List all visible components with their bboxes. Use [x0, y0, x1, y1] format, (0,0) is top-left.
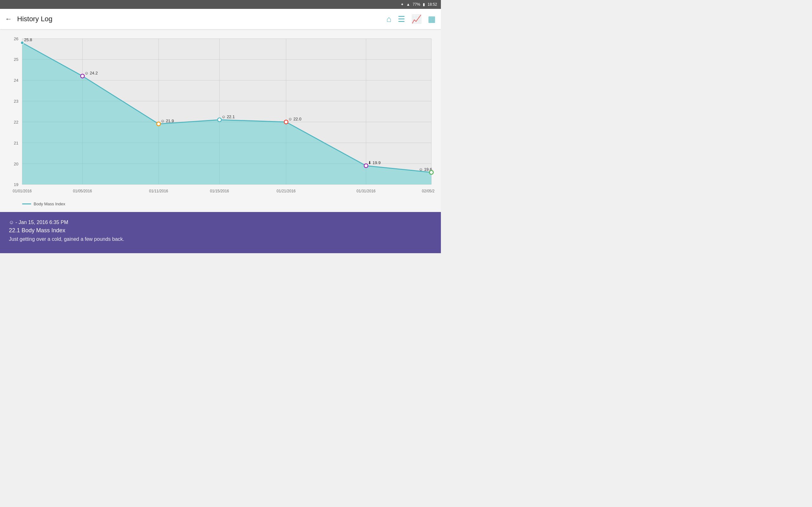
info-panel: ☺ - Jan 15, 2016 6:35 PM 22.1 Body Mass … — [0, 212, 441, 253]
chart-svg: 26 25 24 23 22 21 20 19 01/01/2016 01/05… — [6, 36, 435, 200]
back-button[interactable]: ← — [5, 15, 12, 22]
legend-label: Body Mass Index — [34, 202, 65, 206]
status-bar: ✦ ▲ 77% ▮ 18:52 — [0, 0, 441, 9]
svg-text:22: 22 — [14, 120, 18, 124]
chart-wrap: 26 25 24 23 22 21 20 19 01/01/2016 01/05… — [6, 36, 435, 200]
svg-point-42 — [284, 120, 288, 124]
calendar-icon[interactable]: ▦ — [428, 14, 436, 24]
svg-text:☺ 22.1: ☺ 22.1 — [221, 114, 235, 119]
nav-bar: ← History Log ⌂ ☰ 📈 ▦ — [0, 9, 441, 29]
chart-container: 26 25 24 23 22 21 20 19 01/01/2016 01/05… — [0, 29, 441, 212]
nav-icons: ⌂ ☰ 📈 ▦ — [386, 14, 436, 24]
info-date-text: - — [15, 220, 19, 225]
svg-point-34 — [20, 41, 24, 44]
svg-text:19: 19 — [14, 182, 18, 187]
info-note: Just getting over a cold, gained a few p… — [9, 236, 432, 242]
svg-text:02/05/2016: 02/05/2016 — [422, 189, 435, 193]
svg-text:25: 25 — [14, 57, 18, 62]
page-title: History Log — [17, 15, 386, 23]
svg-text:01/15/2016: 01/15/2016 — [210, 189, 229, 193]
battery-text: 77% — [413, 2, 420, 7]
svg-point-40 — [217, 118, 221, 122]
svg-text:☺ 21.9: ☺ 21.9 — [160, 118, 174, 123]
wifi-icon: ▲ — [406, 2, 410, 7]
info-icon: ☺ — [9, 220, 14, 225]
svg-point-44 — [364, 164, 368, 168]
svg-text:01/05/2016: 01/05/2016 — [73, 189, 92, 193]
svg-text:01/21/2016: 01/21/2016 — [276, 189, 296, 193]
svg-text:21: 21 — [14, 141, 18, 146]
list-icon[interactable]: ☰ — [398, 14, 405, 24]
svg-point-38 — [157, 122, 160, 126]
bluetooth-icon: ✦ — [401, 2, 404, 7]
svg-text:☺ 22.0: ☺ 22.0 — [288, 117, 301, 121]
time-display: 18:52 — [427, 2, 437, 7]
svg-point-46 — [429, 170, 433, 174]
svg-text:⬇ 19.9: ⬇ 19.9 — [368, 160, 380, 165]
chart-icon[interactable]: 📈 — [411, 14, 421, 24]
svg-text:25.8: 25.8 — [24, 38, 32, 42]
svg-text:☺ 24.2: ☺ 24.2 — [84, 71, 98, 75]
chart-legend: Body Mass Index — [22, 202, 435, 209]
svg-text:26: 26 — [14, 37, 18, 41]
legend-color-line — [22, 204, 31, 205]
svg-text:01/31/2016: 01/31/2016 — [357, 189, 375, 193]
svg-text:24: 24 — [14, 78, 18, 83]
home-icon[interactable]: ⌂ — [386, 14, 392, 24]
info-value: 22.1 Body Mass Index — [9, 227, 432, 234]
svg-text:23: 23 — [14, 99, 18, 104]
info-date: ☺ - Jan 15, 2016 6:35 PM — [9, 220, 432, 225]
svg-point-36 — [81, 74, 84, 78]
info-date-value: Jan 15, 2016 6:35 PM — [19, 220, 68, 225]
svg-text:01/11/2016: 01/11/2016 — [149, 189, 168, 193]
svg-text:01/01/2016: 01/01/2016 — [13, 189, 32, 193]
battery-icon: ▮ — [423, 2, 425, 7]
svg-text:20: 20 — [14, 162, 18, 166]
